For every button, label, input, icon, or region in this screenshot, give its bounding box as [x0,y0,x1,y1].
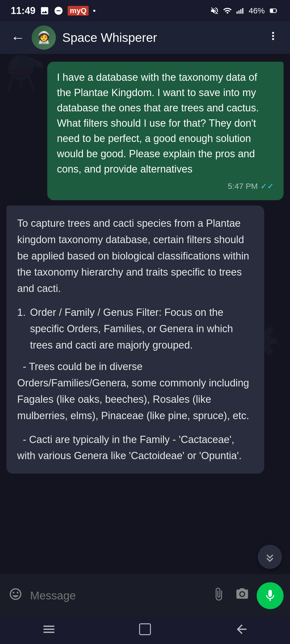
incoming-list: 1. Order / Family / Genus Filter: Focus … [17,304,253,464]
wifi-icon [223,6,232,15]
message-time: 5:47 PM [228,180,258,192]
status-time: 11:49 [11,5,35,16]
message-meta: 5:47 PM ✓✓ [57,180,274,192]
svg-rect-2 [240,9,241,14]
list-item-1: 1. Order / Family / Genus Filter: Focus … [17,304,253,353]
minus-circle-icon [54,6,63,16]
list-item-1-text: Order / Family / Genus Filter: Focus on … [30,307,233,351]
svg-rect-7 [140,624,151,635]
sub-item-trees: - Trees could be in diverse Orders/Famil… [17,358,253,464]
status-bar: 11:49 myQ • 46% [0,0,290,21]
sub-item-trees-text: - Trees could be in diverse Orders/Famil… [17,358,253,424]
attach-button[interactable] [209,585,228,606]
svg-rect-1 [238,10,240,14]
sub-item-cacti-text: - Cacti are typically in the Family - 'C… [17,431,253,464]
mic-icon [263,589,277,603]
svg-rect-6 [270,9,273,12]
emoji-button[interactable] [6,585,25,606]
chevron-double-down-icon [263,550,277,564]
list-item-1-content: Order / Family / Genus Filter: Focus on … [30,304,253,353]
battery-icon [269,6,279,15]
list-num-1: 1. [17,304,26,353]
incoming-message: To capture trees and cacti species from … [6,206,264,474]
more-options-button[interactable] [264,27,282,48]
bottom-nav [0,617,290,644]
svg-rect-3 [242,8,243,14]
incoming-para-1: To capture trees and cacti species from … [17,215,253,297]
svg-rect-0 [237,12,238,14]
outgoing-message: I have a database with the taxonomy data… [47,62,284,200]
status-right: 46% [210,6,279,15]
read-receipt: ✓✓ [260,180,274,192]
message-input[interactable] [30,589,204,602]
avatar-image: 🧑‍🚀 [37,31,51,45]
status-left: 11:49 myQ • [11,5,96,16]
svg-rect-5 [276,10,277,12]
outgoing-text: I have a database with the taxonomy data… [57,72,259,175]
scroll-down-button[interactable] [258,545,282,569]
contact-avatar[interactable]: 🧑‍🚀 [32,25,56,50]
mute-icon [210,6,219,15]
recents-nav-button[interactable] [30,618,66,644]
home-nav-button[interactable] [127,618,163,644]
camera-button[interactable] [233,585,251,606]
back-nav-button[interactable] [224,618,260,644]
myq-badge: myQ [68,6,89,16]
image-notification-icon [40,6,49,16]
input-area [0,574,290,617]
battery-percent: 46% [249,6,265,15]
contact-name[interactable]: Space Whisperer [62,30,264,45]
voice-button[interactable] [257,582,284,609]
chat-area: I have a database with the taxonomy data… [0,54,290,574]
chat-header: ← 🧑‍🚀 Space Whisperer [0,21,290,54]
signal-icon [236,6,245,15]
dot-indicator: • [93,6,96,15]
back-button[interactable]: ← [8,27,27,48]
